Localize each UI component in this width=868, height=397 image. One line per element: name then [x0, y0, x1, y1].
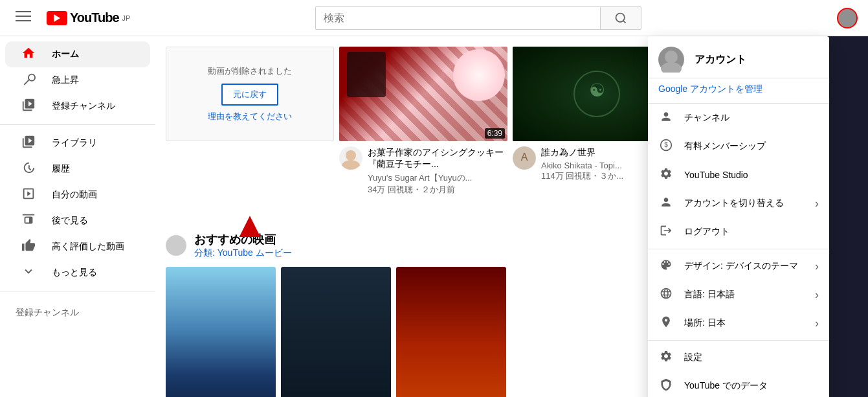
dropdown-item-design[interactable]: デザイン: デバイスのテーマ › [648, 252, 829, 280]
svg-point-13 [665, 51, 678, 63]
dropdown-item-studio[interactable]: YouTube Studio [648, 161, 829, 189]
dropdown-label-yt-data: YouTube でのデータ [684, 380, 819, 392]
location-arrow-icon: › [815, 317, 819, 330]
dropdown-manage-link[interactable]: Google アカウントを管理 [648, 78, 829, 104]
dropdown-label-membership: 有料メンバーシップ [684, 141, 819, 152]
dropdown-item-language[interactable]: 言語: 日本語 › [648, 280, 829, 309]
language-icon [658, 287, 674, 303]
location-icon [658, 315, 674, 332]
dropdown-divider-2 [648, 340, 829, 341]
dropdown-avatar [658, 47, 684, 73]
switch-arrow-icon: › [815, 197, 819, 210]
dropdown-item-settings[interactable]: 設定 [648, 343, 829, 372]
dropdown-item-membership[interactable]: $ 有料メンバーシップ [648, 132, 829, 161]
design-icon [658, 258, 674, 275]
membership-icon: $ [658, 139, 674, 155]
dropdown-label-studio: YouTube Studio [684, 170, 819, 180]
dropdown-label-switch: アカウントを切り替える [684, 198, 805, 209]
dropdown-menu: アカウント Google アカウントを管理 チャンネル $ 有料メンバーシップ … [648, 36, 829, 397]
dropdown-item-location[interactable]: 場所: 日本 › [648, 309, 829, 337]
dropdown-header: アカウント [648, 36, 829, 78]
svg-text:$: $ [664, 141, 668, 148]
logout-icon [658, 224, 674, 240]
svg-point-14 [661, 62, 682, 73]
dropdown-label-language: 言語: 日本語 [684, 289, 805, 301]
dropdown-label-settings: 設定 [684, 352, 819, 363]
dropdown-label-channel: チャンネル [684, 112, 819, 124]
dropdown-item-yt-data[interactable]: YouTube でのデータ [648, 372, 829, 397]
switch-account-icon [658, 196, 674, 212]
design-arrow-icon: › [815, 260, 819, 273]
channel-icon [658, 110, 674, 126]
dropdown-item-switch[interactable]: アカウントを切り替える › [648, 189, 829, 218]
settings-icon [658, 350, 674, 366]
language-arrow-icon: › [815, 288, 819, 302]
dropdown-label-design: デザイン: デバイスのテーマ [684, 260, 805, 272]
dropdown-account-title: アカウント [695, 53, 746, 67]
yt-data-icon [658, 378, 674, 394]
dropdown-label-location: 場所: 日本 [684, 317, 805, 329]
dropdown-divider-1 [648, 249, 829, 249]
dropdown-item-channel[interactable]: チャンネル [648, 104, 829, 132]
dropdown-item-logout[interactable]: ログアウト [648, 218, 829, 246]
studio-icon [658, 167, 674, 183]
dropdown-label-logout: ログアウト [684, 226, 819, 238]
